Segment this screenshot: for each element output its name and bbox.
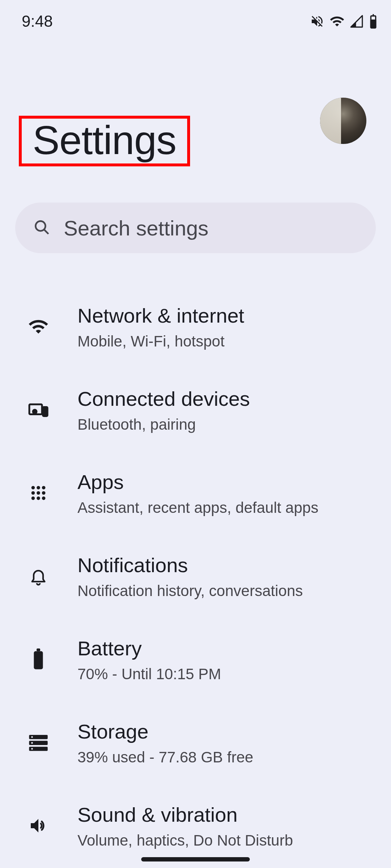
wifi-icon xyxy=(329,14,345,29)
status-time: 9:48 xyxy=(22,12,53,30)
svg-point-11 xyxy=(42,491,46,495)
row-title: Network & internet xyxy=(77,304,375,327)
row-subtitle: 70% - Until 10:15 PM xyxy=(77,665,375,683)
battery-icon xyxy=(369,14,378,29)
status-bar: 9:48 xyxy=(0,0,391,33)
header: Settings xyxy=(0,33,391,166)
svg-line-2 xyxy=(44,230,49,234)
svg-point-7 xyxy=(37,486,40,490)
row-title: Notifications xyxy=(77,554,375,577)
svg-point-13 xyxy=(37,497,40,500)
storage-icon xyxy=(28,734,49,753)
svg-point-21 xyxy=(31,742,33,744)
svg-rect-15 xyxy=(34,651,43,669)
row-network-internet[interactable]: Network & internet Mobile, Wi-Fi, hotspo… xyxy=(0,286,391,369)
svg-point-8 xyxy=(42,486,46,490)
svg-point-22 xyxy=(31,748,33,750)
row-subtitle: Mobile, Wi-Fi, hotspot xyxy=(77,332,375,350)
row-title: Battery xyxy=(77,637,375,660)
search-settings[interactable]: Search settings xyxy=(15,203,376,253)
mute-icon xyxy=(310,14,324,29)
svg-point-20 xyxy=(31,736,33,738)
row-apps[interactable]: Apps Assistant, recent apps, default app… xyxy=(0,452,391,535)
page-title-highlight: Settings xyxy=(19,116,190,166)
settings-list: Network & internet Mobile, Wi-Fi, hotspo… xyxy=(0,286,391,868)
svg-point-9 xyxy=(31,491,35,495)
svg-point-12 xyxy=(31,497,35,500)
battery-icon xyxy=(32,648,45,672)
wifi-icon xyxy=(28,316,49,339)
svg-point-5 xyxy=(33,410,37,413)
status-icons xyxy=(310,14,378,29)
row-title: Storage xyxy=(77,720,375,743)
svg-point-6 xyxy=(31,486,35,490)
svg-point-10 xyxy=(37,491,40,495)
row-title: Apps xyxy=(77,471,375,494)
row-subtitle: Assistant, recent apps, default apps xyxy=(77,499,375,517)
cell-signal-icon xyxy=(350,14,363,28)
row-sound-vibration[interactable]: Sound & vibration Volume, haptics, Do No… xyxy=(0,785,391,868)
row-title: Connected devices xyxy=(77,387,375,410)
devices-icon xyxy=(28,399,49,422)
page-title: Settings xyxy=(33,120,176,161)
row-notifications[interactable]: Notifications Notification history, conv… xyxy=(0,535,391,618)
profile-avatar[interactable] xyxy=(320,98,366,144)
search-placeholder: Search settings xyxy=(64,216,209,240)
row-storage[interactable]: Storage 39% used - 77.68 GB free xyxy=(0,702,391,785)
svg-rect-16 xyxy=(37,648,40,651)
row-title: Sound & vibration xyxy=(77,803,375,826)
row-connected-devices[interactable]: Connected devices Bluetooth, pairing xyxy=(0,369,391,452)
svg-point-1 xyxy=(35,221,45,231)
row-subtitle: Bluetooth, pairing xyxy=(77,416,375,434)
bell-icon xyxy=(29,565,48,588)
apps-grid-icon xyxy=(29,484,47,503)
svg-point-14 xyxy=(42,497,46,500)
row-subtitle: Volume, haptics, Do Not Disturb xyxy=(77,831,375,850)
volume-icon xyxy=(28,816,49,837)
gesture-nav-handle[interactable] xyxy=(141,857,250,861)
search-icon xyxy=(33,218,51,238)
row-subtitle: 39% used - 77.68 GB free xyxy=(77,748,375,766)
svg-rect-0 xyxy=(370,20,377,28)
row-subtitle: Notification history, conversations xyxy=(77,582,375,600)
svg-rect-4 xyxy=(43,407,48,416)
row-battery[interactable]: Battery 70% - Until 10:15 PM xyxy=(0,618,391,702)
